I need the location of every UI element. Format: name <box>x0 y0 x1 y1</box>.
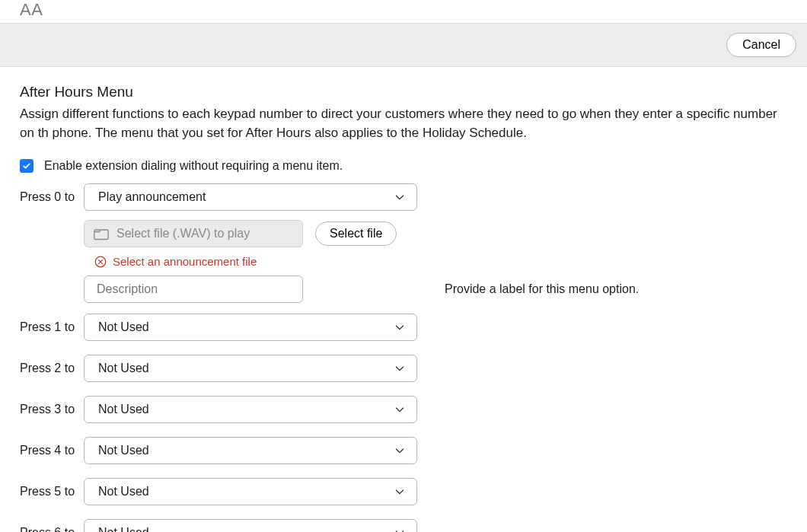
press-3-row: Press 3 to Not Used <box>20 396 787 423</box>
press-3-select[interactable]: Not Used <box>84 396 417 423</box>
press-5-select[interactable]: Not Used <box>84 478 417 505</box>
chevron-down-icon <box>394 527 406 532</box>
press-1-select-value: Not Used <box>98 320 149 334</box>
press-3-label: Press 3 to <box>20 403 76 416</box>
toolbar: Cancel <box>0 23 807 67</box>
chevron-down-icon <box>394 444 406 457</box>
section-description: Assign different functions to each keypa… <box>20 105 787 142</box>
press-0-subblock: Select file (.WAV) to play Select file S… <box>84 220 787 303</box>
press-4-row: Press 4 to Not Used <box>20 437 787 464</box>
description-hint: Provide a label for this menu option. <box>445 282 639 296</box>
folder-icon <box>94 227 109 241</box>
description-row: Provide a label for this menu option. <box>84 276 787 303</box>
press-5-label: Press 5 to <box>20 485 76 499</box>
chevron-down-icon <box>394 403 406 416</box>
enable-extension-row: Enable extension dialing without requiri… <box>20 159 787 173</box>
press-0-label: Press 0 to <box>20 190 76 204</box>
error-text: Select an announcement file <box>113 255 257 268</box>
chevron-down-icon <box>394 321 406 333</box>
press-6-select[interactable]: Not Used <box>84 519 417 532</box>
press-5-select-value: Not Used <box>98 485 149 499</box>
press-0-select[interactable]: Play announcement <box>84 183 417 211</box>
press-4-select-value: Not Used <box>98 444 149 457</box>
press-2-row: Press 2 to Not Used <box>20 355 787 382</box>
press-0-select-value: Play announcement <box>98 190 206 204</box>
file-placeholder: Select file (.WAV) to play <box>116 227 250 241</box>
page-header-label: AA <box>0 0 807 23</box>
press-5-row: Press 5 to Not Used <box>20 478 787 505</box>
press-0-row: Press 0 to Play announcement <box>20 183 787 211</box>
select-file-button[interactable]: Select file <box>315 221 397 246</box>
press-6-row: Press 6 to Not Used <box>20 519 787 532</box>
description-input[interactable] <box>84 276 303 303</box>
press-1-row: Press 1 to Not Used <box>20 314 787 341</box>
chevron-down-icon <box>394 191 406 203</box>
press-6-select-value: Not Used <box>98 526 149 532</box>
press-1-label: Press 1 to <box>20 320 76 334</box>
error-row: Select an announcement file <box>94 255 787 268</box>
content: After Hours Menu Assign different functi… <box>0 67 807 532</box>
press-2-select-value: Not Used <box>98 362 149 375</box>
press-4-select[interactable]: Not Used <box>84 437 417 464</box>
section-title: After Hours Menu <box>20 84 787 100</box>
press-3-select-value: Not Used <box>98 403 149 416</box>
press-4-label: Press 4 to <box>20 444 76 457</box>
press-2-label: Press 2 to <box>20 362 76 375</box>
chevron-down-icon <box>394 362 406 374</box>
enable-extension-checkbox[interactable] <box>20 159 33 173</box>
cancel-button[interactable]: Cancel <box>726 33 796 57</box>
file-input[interactable]: Select file (.WAV) to play <box>84 220 303 247</box>
enable-extension-label: Enable extension dialing without requiri… <box>44 159 343 173</box>
file-row: Select file (.WAV) to play Select file <box>84 220 787 247</box>
press-6-label: Press 6 to <box>20 526 76 532</box>
error-icon <box>94 256 107 268</box>
chevron-down-icon <box>394 486 406 498</box>
press-1-select[interactable]: Not Used <box>84 314 417 341</box>
checkmark-icon <box>22 161 31 170</box>
press-2-select[interactable]: Not Used <box>84 355 417 382</box>
